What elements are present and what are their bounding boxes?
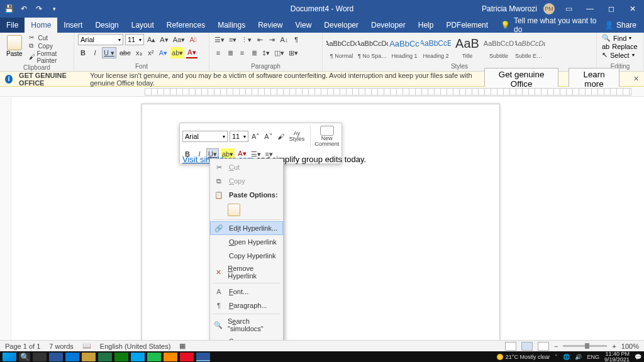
sort-button[interactable]: A↓ [279,34,289,45]
bold-button[interactable]: B [78,47,88,58]
ctx-paste-keep-source[interactable] [210,202,283,218]
taskbar-app-1[interactable] [49,353,63,361]
numbering-button[interactable]: ≡▾ [228,34,238,45]
tab-view[interactable]: View [289,18,318,33]
styles-gallery[interactable]: AaBbCcDc¶ Normal AaBbCcDc¶ No Spac... Aa… [326,34,545,59]
minimize-icon[interactable]: — [582,4,597,13]
shading-button[interactable]: ◫▾ [273,47,286,58]
bullets-button[interactable]: ☰▾ [213,34,226,45]
web-layout-button[interactable] [538,342,549,351]
mini-shrink-font[interactable]: A˅ [263,131,274,142]
multilevel-button[interactable]: ⋮▾ [240,34,253,45]
taskbar-app-4[interactable] [98,353,112,361]
tray-clock[interactable]: 11:40 PM9/19/2021 [604,351,630,363]
redo-icon[interactable]: ↷ [34,4,44,14]
tab-layout[interactable]: Layout [125,18,160,33]
maximize-icon[interactable]: ◻ [604,4,619,13]
task-view-button[interactable] [33,353,47,361]
mini-new-comment[interactable]: NewComment [310,126,339,147]
font-name-combo[interactable]: Arial▾ [78,34,123,45]
superscript-button[interactable]: x² [146,47,156,58]
tray-network-icon[interactable]: 🌐 [563,354,570,360]
clear-formatting-button[interactable]: Aͬ [188,34,198,45]
style-subtle-em[interactable]: AaBbCcDcSubtle Em... [515,34,545,59]
tab-insert[interactable]: Insert [57,18,89,33]
select-button[interactable]: ↖Select▾ [601,51,639,59]
align-center-button[interactable]: ≣ [225,47,235,58]
tab-references[interactable]: References [160,18,211,33]
mini-styles[interactable]: AyStyles [288,131,306,142]
taskbar-app-8[interactable] [164,353,177,361]
change-case-button[interactable]: Aa▾ [172,34,186,45]
language-indicator[interactable]: English (United States) [100,343,171,350]
text-effects-button[interactable]: A▾ [158,47,169,58]
ctx-copy[interactable]: ⧉Copy [210,174,283,188]
undo-icon[interactable]: ↶ [19,4,29,14]
style-normal[interactable]: AaBbCcDc¶ Normal [326,34,357,59]
zoom-out-button[interactable]: − [554,343,558,350]
taskbar-search[interactable]: 🔍 [19,353,30,361]
close-icon[interactable]: ✕ [625,4,640,13]
taskbar-app-6[interactable] [131,353,145,361]
mini-size-combo[interactable]: 11▾ [230,131,248,142]
ctx-paragraph[interactable]: ¶Paragraph... [210,299,283,312]
mini-format-painter[interactable]: 🖌 [276,131,286,142]
strikethrough-button[interactable]: abc [118,47,132,58]
ctx-open-hyperlink[interactable]: Open Hyperlink [210,235,283,249]
taskbar-app-2[interactable] [65,353,79,361]
tab-home[interactable]: Home [25,18,57,33]
style-title[interactable]: AaBTitle [452,34,482,59]
tab-review[interactable]: Review [252,18,289,33]
style-heading1[interactable]: AaBbCcHeading 1 [389,34,419,59]
user-name[interactable]: Patricia Mworozi [482,4,537,13]
tray-chevron-icon[interactable]: ˄ [555,354,558,360]
mini-font-combo[interactable]: Arial▾ [182,131,228,142]
horizontal-ruler[interactable] [0,87,644,97]
decrease-indent-button[interactable]: ⇤ [255,34,265,45]
taskbar-word[interactable] [196,353,210,361]
tray-volume-icon[interactable]: 🔊 [575,354,582,360]
taskbar-app-9[interactable] [180,353,194,361]
highlight-button[interactable]: ab▾ [170,47,184,58]
font-size-combo[interactable]: 11▾ [125,34,144,45]
shrink-font-button[interactable]: A▾ [158,34,169,45]
ctx-search[interactable]: 🔍Search "simuldocs" [210,315,283,334]
save-icon[interactable]: 💾 [4,4,14,14]
qat-more-icon[interactable]: ▾ [49,4,59,14]
align-right-button[interactable]: ≡ [237,47,247,58]
tab-developer[interactable]: Developer [318,18,365,33]
tray-notifications-icon[interactable]: 💬 [635,354,641,360]
zoom-in-button[interactable]: + [612,343,616,350]
vertical-ruler[interactable] [0,97,11,340]
tab-help[interactable]: Help [412,18,440,33]
increase-indent-button[interactable]: ⇥ [267,34,277,45]
taskbar-app-7[interactable] [147,353,161,361]
print-layout-button[interactable] [521,342,533,351]
style-nospacing[interactable]: AaBbCcDc¶ No Spac... [358,34,388,59]
ctx-edit-hyperlink[interactable]: 🔗Edit Hyperlink... [210,221,283,235]
taskbar-app-5[interactable] [114,353,128,361]
replace-button[interactable]: abReplace [601,43,639,50]
line-spacing-button[interactable]: ‡▾ [261,47,271,58]
spellcheck-icon[interactable]: 📖 [82,342,91,350]
copy-button[interactable]: ⧉Copy [28,42,70,50]
zoom-slider[interactable] [563,345,607,347]
tray-language[interactable]: ENG [587,354,599,360]
ctx-cut[interactable]: ✂Cut [210,160,283,174]
word-count[interactable]: 7 words [49,343,74,350]
start-button[interactable] [3,353,16,361]
style-subtitle[interactable]: AaBbCcDSubtitle [484,34,514,59]
read-mode-button[interactable] [505,342,516,351]
find-button[interactable]: 🔍Find▾ [601,34,639,42]
justify-button[interactable]: ≣ [249,47,259,58]
subscript-button[interactable]: x₂ [134,47,144,58]
ctx-copy-hyperlink[interactable]: Copy Hyperlink [210,249,283,263]
tab-developer-2[interactable]: Developer [365,18,412,33]
underline-button[interactable]: U ▾ [102,47,116,58]
ctx-font[interactable]: AFont... [210,285,283,299]
grow-font-button[interactable]: A▴ [146,34,157,45]
mini-grow-font[interactable]: A˄ [250,131,261,142]
style-heading2[interactable]: AaBbCcEHeading 2 [421,34,451,59]
ctx-remove-hyperlink[interactable]: ✕Remove Hyperlink [210,263,283,282]
tab-file[interactable]: File [0,18,25,33]
